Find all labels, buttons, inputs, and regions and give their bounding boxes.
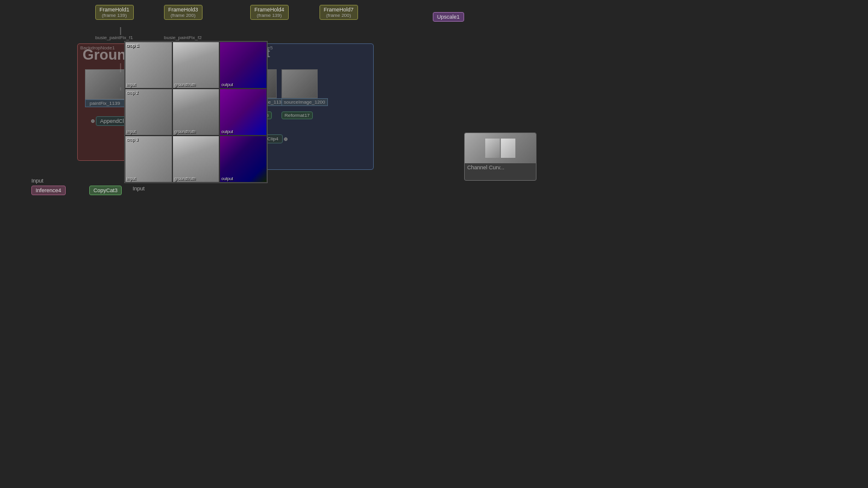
node-graph-section: ☰ Node Graph ✕ Curve Editor ✕ Dope Sheet… bbox=[17, 283, 555, 488]
crop3-input: crop 3 input bbox=[125, 136, 172, 183]
crop1-input-label: input bbox=[127, 83, 136, 87]
crop1-output: output bbox=[219, 42, 267, 89]
crop3-ground-label: groundtruth bbox=[174, 177, 196, 181]
crop3-output: output bbox=[219, 136, 267, 183]
crop1-output-label: output bbox=[221, 83, 233, 87]
crop2-input: crop 2 input bbox=[125, 89, 172, 136]
crop2-ground: groundtruth bbox=[172, 89, 220, 136]
crop1-input: crop 1 input bbox=[125, 42, 172, 89]
crop2-output-label: output bbox=[221, 130, 233, 134]
crop3-input-label: input bbox=[127, 177, 136, 181]
node-canvas: FrameHold1 (frame 139) FrameHold3 (frame… bbox=[17, 283, 555, 488]
crop2-output: output bbox=[219, 89, 267, 136]
center-area: ◁ rgba▾ rgba.alpha▾ RGB IP sRGB▾ A CopyC… bbox=[17, 13, 555, 488]
crop3-ground: groundtruth bbox=[172, 136, 220, 183]
training-grid: crop 1 crop 1 input groundtruth output bbox=[124, 41, 268, 183]
crop1-ground-label: groundtruth bbox=[174, 83, 196, 87]
crop2-input-label: input bbox=[127, 130, 136, 134]
crop1-ground: groundtruth bbox=[172, 42, 220, 89]
crop2-ground-label: groundtruth bbox=[174, 130, 196, 134]
crop1-label: crop 1 bbox=[126, 43, 139, 48]
crop3-output-label: output bbox=[221, 177, 233, 181]
